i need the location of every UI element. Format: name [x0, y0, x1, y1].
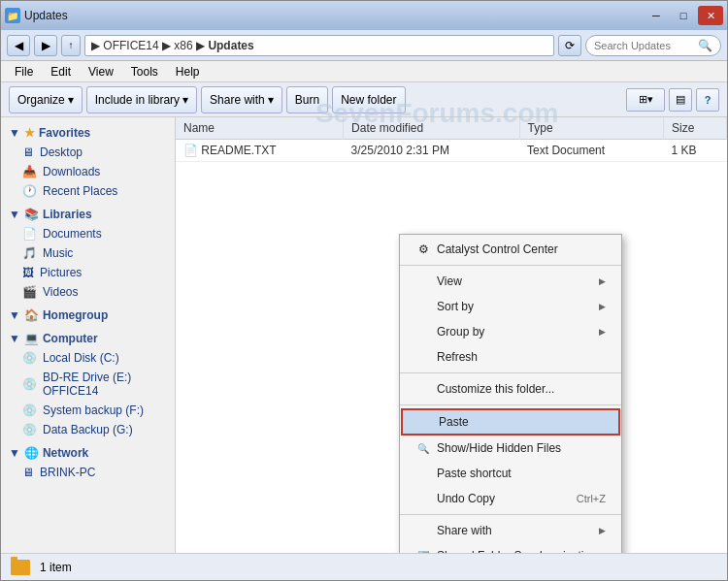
ctx-item-left: ⚙ Catalyst Control Center — [415, 242, 558, 257]
explorer-window: 📁 Updates ─ □ ✕ ◀ ▶ ↑ ▶ OFFICE14 ▶ x86 ▶… — [0, 0, 728, 581]
catalyst-icon: ⚙ — [415, 242, 431, 257]
column-date[interactable]: Date modified — [344, 117, 519, 140]
system-backup-label: System backup (F:) — [43, 403, 144, 417]
forward-button[interactable]: ▶ — [34, 35, 57, 56]
favorites-header[interactable]: ▼ ★ Favorites — [1, 123, 175, 143]
ctx-sort-by[interactable]: Sort by ▶ — [400, 294, 621, 319]
ctx-sort-left: Sort by — [415, 299, 474, 314]
videos-label: Videos — [43, 285, 78, 299]
star-icon: ★ — [24, 126, 35, 140]
burn-label: Burn — [295, 93, 319, 107]
bd-icon: 💿 — [22, 377, 37, 391]
maximize-button[interactable]: □ — [671, 6, 696, 25]
column-size[interactable]: Size — [664, 117, 727, 140]
ctx-customize[interactable]: Customize this folder... — [400, 376, 621, 402]
computer-header[interactable]: ▼ 💻 Computer — [1, 329, 175, 348]
sidebar-item-downloads[interactable]: 📥 Downloads — [1, 162, 175, 181]
minimize-button[interactable]: ─ — [644, 6, 669, 25]
menu-edit[interactable]: Edit — [43, 63, 79, 81]
ctx-refresh-icon — [415, 349, 431, 365]
share-with-button[interactable]: Share with ▾ — [201, 86, 282, 113]
sidebar: ▼ ★ Favorites 🖥 Desktop 📥 Downloads 🕐 Re… — [1, 117, 176, 553]
disk-icon: 💿 — [22, 351, 37, 365]
back-button[interactable]: ◀ — [7, 35, 30, 56]
ctx-paste-shortcut[interactable]: Paste shortcut — [400, 461, 621, 486]
menu-help[interactable]: Help — [168, 63, 208, 81]
table-row[interactable]: 📄 README.TXT 3/25/2010 2:31 PM Text Docu… — [176, 140, 727, 162]
libraries-arrow: ▼ — [9, 208, 20, 221]
menu-tools[interactable]: Tools — [123, 63, 166, 81]
sidebar-item-local-disk[interactable]: 💿 Local Disk (C:) — [1, 348, 175, 368]
libraries-label: Libraries — [43, 208, 92, 221]
menu-file[interactable]: File — [7, 63, 41, 81]
ctx-group-left: Group by — [415, 324, 484, 339]
ctx-undo-copy[interactable]: Undo Copy Ctrl+Z — [400, 486, 621, 511]
sidebar-item-recent-places[interactable]: 🕐 Recent Places — [1, 181, 175, 201]
ctx-paste-shortcut-left: Paste shortcut — [415, 466, 512, 481]
ctx-share-with[interactable]: Share with ▶ — [400, 518, 621, 543]
ctx-share-icon — [415, 523, 431, 538]
ctx-share-arrow: ▶ — [599, 526, 606, 535]
include-in-library-button[interactable]: Include in library ▾ — [86, 86, 197, 113]
ctx-sort-icon — [415, 299, 431, 314]
statusbar: 1 item — [1, 553, 727, 580]
toolbar-right: ⊞▾ ▤ ? — [626, 88, 719, 112]
sidebar-item-desktop[interactable]: 🖥 Desktop — [1, 143, 175, 162]
ctx-sep-1 — [400, 265, 621, 266]
ctx-shared-folder-sync[interactable]: 🔄 Shared Folder Synchronization ▶ — [400, 543, 621, 553]
network-header[interactable]: ▼ 🌐 Network — [1, 443, 175, 463]
ctx-customize-left: Customize this folder... — [415, 381, 554, 397]
column-type[interactable]: Type — [519, 117, 663, 140]
address-path[interactable]: ▶ OFFICE14 ▶ x86 ▶ Updates — [84, 35, 554, 56]
computer-icon: 💻 — [24, 332, 39, 345]
sidebar-item-bd-drive[interactable]: 💿 BD-RE Drive (E:) OFFICE14 — [1, 368, 175, 401]
libraries-header[interactable]: ▼ 📚 Libraries — [1, 205, 175, 224]
sidebar-item-brink-pc[interactable]: 🖥 BRINK-PC — [1, 463, 175, 482]
close-button[interactable]: ✕ — [698, 6, 723, 25]
burn-button[interactable]: Burn — [286, 86, 328, 113]
ctx-refresh[interactable]: Refresh — [400, 344, 621, 370]
organize-button[interactable]: Organize ▾ — [9, 86, 83, 113]
ctx-sync-icon: 🔄 — [415, 548, 431, 553]
up-button[interactable]: ↑ — [61, 35, 81, 56]
homegroup-icon: 🏠 — [24, 308, 39, 322]
ctx-customize-label: Customize this folder... — [437, 382, 554, 396]
share-with-label: Share with — [210, 93, 265, 107]
ctx-catalyst-label: Catalyst Control Center — [437, 242, 558, 256]
preview-pane-button[interactable]: ▤ — [669, 88, 692, 112]
help-button[interactable]: ? — [696, 88, 719, 112]
ctx-share-label: Share with — [437, 524, 492, 537]
sidebar-item-videos[interactable]: 🎬 Videos — [1, 282, 175, 302]
ctx-view-arrow: ▶ — [599, 276, 606, 286]
ctx-paste-icon — [417, 414, 433, 430]
menubar: File Edit View Tools Help — [1, 61, 727, 82]
ctx-group-by[interactable]: Group by ▶ — [400, 319, 621, 344]
ctx-view[interactable]: View ▶ — [400, 269, 621, 294]
ctx-sync-left: 🔄 Shared Folder Synchronization — [415, 548, 597, 553]
search-input[interactable] — [594, 40, 694, 51]
menu-view[interactable]: View — [81, 63, 121, 81]
new-folder-label: New folder — [341, 93, 396, 107]
column-name[interactable]: Name — [176, 117, 344, 140]
context-menu: ⚙ Catalyst Control Center View ▶ Sort b — [399, 234, 622, 553]
sidebar-item-data-backup[interactable]: 💿 Data Backup (G:) — [1, 420, 175, 439]
search-box[interactable]: 🔍 — [585, 35, 721, 56]
ctx-show-hidden[interactable]: 🔍 Show/Hide Hidden Files — [400, 436, 621, 461]
sidebar-item-system-backup[interactable]: 💿 System backup (F:) — [1, 401, 175, 420]
sidebar-item-documents[interactable]: 📄 Documents — [1, 224, 175, 243]
ctx-paste[interactable]: Paste — [401, 408, 620, 436]
network-label: Network — [43, 446, 88, 460]
ctx-group-label: Group by — [437, 325, 484, 339]
view-options-button[interactable]: ⊞▾ — [626, 88, 665, 112]
sidebar-item-music[interactable]: 🎵 Music — [1, 243, 175, 263]
new-folder-button[interactable]: New folder — [332, 86, 405, 113]
homegroup-header[interactable]: ▼ 🏠 Homegroup — [1, 306, 175, 325]
documents-icon: 📄 — [22, 227, 37, 241]
ctx-catalyst[interactable]: ⚙ Catalyst Control Center — [400, 237, 621, 262]
refresh-button[interactable]: ⟳ — [558, 35, 581, 56]
ctx-view-icon — [415, 274, 431, 289]
ctx-sync-label: Shared Folder Synchronization — [437, 549, 597, 553]
file-type-cell: Text Document — [519, 140, 663, 162]
network-icon: 🌐 — [24, 446, 39, 460]
sidebar-item-pictures[interactable]: 🖼 Pictures — [1, 263, 175, 282]
